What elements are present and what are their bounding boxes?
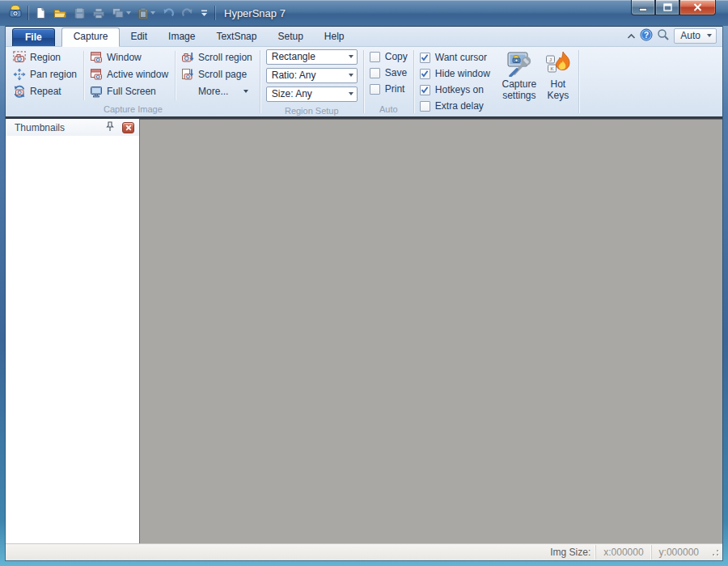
customize-toolbar-icon[interactable] [198,7,210,19]
active-window-icon [90,68,103,81]
app-logo-icon[interactable] [7,4,23,22]
copy-icon[interactable] [109,6,133,20]
capture-options-group: Want cursor Hide window Hotkeys on [415,48,578,116]
paste-icon[interactable] [135,6,158,21]
redo-icon[interactable] [179,6,197,21]
scroll-region-button-label: Scroll region [198,52,252,63]
hot-keys-button[interactable]: J K Hot Keys [540,49,576,103]
maximize-button[interactable] [655,0,679,15]
img-size-label: Img Size: [545,547,595,558]
help-icon[interactable]: ? [640,28,653,44]
hide-window-checkbox[interactable]: Hide window [417,65,493,82]
minimize-ribbon-icon[interactable] [627,31,636,42]
resize-grip[interactable] [709,546,721,559]
tab-help[interactable]: Help [314,27,355,46]
new-document-icon[interactable] [32,5,49,21]
capture-canvas[interactable] [139,119,722,543]
extra-delay-checkbox-label: Extra delay [435,100,484,112]
svg-text:?: ? [644,31,649,40]
chevron-down-icon [349,74,353,77]
more-captures-button[interactable]: More... [177,82,257,99]
undo-icon[interactable] [159,6,177,21]
zoom-level-value: Auto [680,30,700,41]
capture-settings-icon [506,51,533,77]
scroll-region-icon [181,51,194,64]
panel-close-icon[interactable] [122,122,134,133]
zoom-level-combo[interactable]: Auto [674,28,717,44]
copy-dropdown-arrow-icon[interactable] [126,11,131,15]
scroll-region-button[interactable]: Scroll region [177,49,257,65]
window-client-area: File Capture Edit Image TextSnap Setup H… [6,26,722,560]
repeat-button[interactable]: Repeat [9,82,82,99]
active-window-button-label: Active window [107,69,168,80]
ribbon-tab-row: File Capture Edit Image TextSnap Setup H… [6,26,722,47]
copy-checkbox-label: Copy [385,51,408,62]
file-menu-button[interactable]: File [12,28,55,46]
want-cursor-checkbox[interactable]: Want cursor [417,49,493,65]
print-icon[interactable] [90,6,108,21]
minimize-button[interactable] [631,0,655,15]
window-button-label: Window [107,52,142,63]
main-area: Thumbnails [6,119,722,543]
title-bar: HyperSnap 7 [0,0,728,26]
chevron-down-icon [349,92,353,95]
cursor-x-value: x:000000 [595,545,650,560]
cursor-y-value: y:000000 [651,545,706,560]
group-separator [260,50,260,113]
thumbnails-list[interactable] [6,136,139,543]
paste-dropdown-arrow-icon[interactable] [150,11,155,15]
region-setup-group-label: Region Setup [263,104,361,116]
hotkeys-on-checkbox[interactable]: Hotkeys on [417,82,493,98]
window-icon [90,51,103,64]
pan-region-button[interactable]: Pan region [9,65,82,82]
thumbnails-panel-title: Thumbnails [15,122,103,133]
titlebar-separator [214,6,215,20]
capture-settings-label: Capture settings [499,78,540,101]
status-bar: Img Size: x:000000 y:000000 [6,543,722,560]
region-button-label: Region [30,52,61,63]
full-screen-button[interactable]: Full Screen [86,82,173,99]
save-checkbox[interactable]: Save [366,65,410,81]
region-setup-group: Rectangle Ratio: Any Size: Any Region Se… [261,48,362,116]
tab-capture[interactable]: Capture [61,27,121,47]
open-folder-icon[interactable] [51,6,70,21]
zoom-search-icon[interactable] [657,28,670,44]
window-button[interactable]: Window [86,49,173,65]
full-screen-button-label: Full Screen [107,86,156,97]
checkbox-box [370,84,380,95]
print-checkbox-label: Print [385,83,405,95]
size-combo[interactable]: Size: Any [266,87,358,102]
scroll-page-button[interactable]: Scroll page [177,65,257,82]
capture-image-group-label: Capture Image [9,103,257,115]
chevron-down-icon [243,90,248,93]
tab-image[interactable]: Image [158,27,205,46]
hot-keys-label: Hot Keys [541,78,575,101]
quick-access-toolbar [32,5,210,21]
active-window-button[interactable]: Active window [86,65,173,82]
capture-settings-button[interactable]: Capture settings [498,49,540,103]
shape-combo[interactable]: Rectangle [266,49,358,65]
column-separator [175,51,176,100]
titlebar-separator [28,6,28,20]
tab-setup[interactable]: Setup [267,27,313,46]
tab-edit[interactable]: Edit [120,27,158,46]
hot-keys-icon: J K [545,51,571,77]
save-icon[interactable] [71,6,88,21]
tab-row-right-controls: ? Auto [627,28,717,46]
print-checkbox[interactable]: Print [366,81,408,97]
thumbnails-panel-header: Thumbnails [6,119,139,136]
copy-checkbox[interactable]: Copy [366,49,411,65]
auto-group-label: Auto [366,103,411,115]
pin-icon[interactable] [103,120,117,136]
hotkeys-on-checkbox-label: Hotkeys on [435,84,484,95]
close-button[interactable] [679,0,716,15]
column-separator [83,51,84,100]
pan-region-icon [13,68,26,81]
size-combo-value: Size: Any [272,88,349,99]
region-button[interactable]: Region [9,49,82,65]
checkbox-box [420,85,430,95]
tab-textsnap[interactable]: TextSnap [205,27,267,46]
repeat-icon [13,85,26,98]
ratio-combo[interactable]: Ratio: Any [266,68,358,83]
extra-delay-checkbox[interactable]: Extra delay [417,98,493,114]
